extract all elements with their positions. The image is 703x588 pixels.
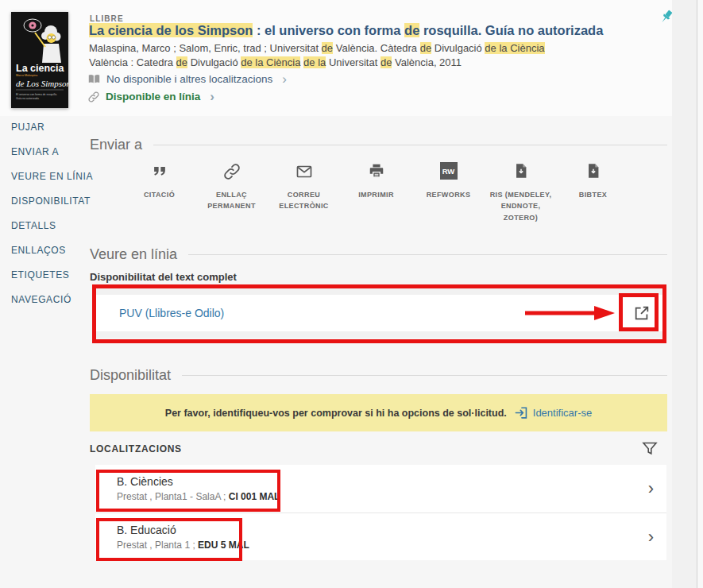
svg-text:Guía no autorizada: Guía no autorizada	[16, 97, 39, 100]
svg-text:El universo con forma de rosqu: El universo con forma de rosquilla.	[16, 93, 57, 96]
fulltext-service-row[interactable]: PUV (Llibres-e Odilo)	[95, 295, 666, 331]
signin-link[interactable]: Identificar-se	[514, 405, 592, 420]
permalink-button[interactable]: ENLLAÇ PERMANENT	[195, 162, 268, 223]
ris-export-button[interactable]: RIS (MENDELEY, ENDNOTE, ZOTERO)	[485, 162, 557, 223]
signin-link-label: Identificar-se	[533, 407, 592, 419]
quote-icon	[151, 162, 168, 183]
print-button[interactable]: IMPRIMIR	[340, 162, 412, 223]
document-export-icon	[512, 162, 530, 183]
sidebar-item-pujar[interactable]: PUJAR	[11, 122, 93, 133]
sidebar-item-veure-en-linia[interactable]: VEURE EN LÍNIA	[11, 171, 93, 182]
book-cover-thumbnail[interactable]: La ciencia Marco Malaspina de Los Simpso…	[11, 12, 68, 108]
send-to-section-heading: Enviar a	[90, 137, 667, 153]
envelope-icon	[295, 162, 314, 183]
sidebar-item-enviar-a[interactable]: ENVIAR A	[11, 146, 93, 157]
view-online-heading-text: Veure en línia	[90, 246, 177, 263]
chevron-right-icon: ›	[648, 480, 654, 497]
open-external-link-button[interactable]	[630, 301, 654, 325]
svg-text:de Los Simpson: de Los Simpson	[16, 79, 68, 88]
availability-section-heading: Disponibilitat	[90, 367, 667, 384]
heading-divider	[182, 375, 667, 376]
link-icon	[222, 162, 241, 183]
svg-text:Marco Malaspina: Marco Malaspina	[16, 74, 37, 77]
location-name: B. Educació	[117, 524, 249, 536]
sidebar-item-disponibilitat[interactable]: DISPONIBILITAT	[11, 195, 93, 207]
open-book-icon	[87, 72, 101, 86]
action-label: ENLLAÇ PERMANENT	[195, 189, 268, 212]
resource-type-label: LLIBRE	[90, 14, 124, 23]
action-label: CITACIÓ	[144, 189, 175, 200]
record-authors-links[interactable]: Malaspina, Marco ; Salom, Enric, trad ; …	[89, 42, 669, 54]
chevron-right-icon: ›	[282, 72, 287, 86]
heading-divider	[153, 145, 667, 145]
svg-text:La ciencia: La ciencia	[16, 63, 64, 74]
action-label: BIBTEX	[579, 189, 607, 200]
location-details: Prestat , Planta1 - SalaA ; CI 001 MAL	[117, 491, 280, 502]
send-to-heading-text: Enviar a	[90, 137, 142, 153]
location-info: B. Ciències Prestat , Planta1 - SalaA ; …	[117, 475, 280, 502]
sidebar-item-detalls[interactable]: DETALLS	[11, 220, 93, 231]
refworks-badge: RW	[440, 162, 458, 183]
action-label: REFWORKS	[427, 189, 471, 200]
sidebar-item-navegacio[interactable]: NAVEGACIÓ	[11, 294, 93, 305]
location-info: B. Educació Prestat , Planta 1 ; EDU 5 M…	[117, 524, 249, 551]
availability-heading-text: Disponibilitat	[90, 367, 171, 384]
availability-physical-link[interactable]: No disponible i altres localitzacions ›	[87, 72, 287, 86]
send-to-actions: CITACIÓ ENLLAÇ PERMANENT CORREU ELECTRÒN…	[123, 162, 629, 223]
record-title-link[interactable]: La ciencia de los Simpson : el universo …	[89, 23, 669, 38]
action-label: RIS (MENDELEY, ENDNOTE, ZOTERO)	[485, 189, 557, 223]
record-section-nav: PUJAR ENVIAR A VEURE EN LÍNIA DISPONIBIL…	[11, 122, 93, 305]
location-name: B. Ciències	[117, 475, 280, 488]
locations-list: B. Ciències Prestat , Planta1 - SalaA ; …	[95, 465, 666, 560]
pin-record-button[interactable]	[656, 8, 677, 29]
record-publication-info: València : Catedra de Divulgació de la C…	[89, 56, 669, 68]
filter-funnel-icon	[640, 439, 659, 458]
citation-button[interactable]: CITACIÓ	[123, 162, 195, 223]
sign-in-icon	[514, 405, 529, 420]
availability-online-link[interactable]: Disponible en línia ›	[87, 90, 214, 103]
printer-icon	[368, 162, 385, 183]
provider-link[interactable]: PUV (Llibres-e Odilo)	[119, 307, 224, 319]
fulltext-availability-label: Disponibilitat del text complet	[90, 271, 237, 283]
fulltext-services-list: PUV (Llibres-e Odilo)	[95, 288, 666, 338]
document-export-icon	[585, 162, 602, 183]
sidebar-item-etiquetes[interactable]: ETIQUETES	[11, 269, 93, 280]
book-cover-art: La ciencia Marco Malaspina de Los Simpso…	[11, 12, 68, 108]
availability-online-label: Disponible en línia	[106, 91, 200, 103]
email-button[interactable]: CORREU ELECTRÒNIC	[268, 162, 340, 223]
heading-divider	[188, 254, 667, 255]
filter-locations-button[interactable]	[639, 439, 661, 461]
view-online-section-heading: Veure en línia	[90, 246, 667, 263]
pushpin-icon	[657, 8, 676, 27]
locations-heading: LOCALITZACIONS	[90, 443, 182, 455]
bibtex-export-button[interactable]: BIBTEX	[557, 162, 629, 223]
action-label: CORREU ELECTRÒNIC	[268, 189, 340, 212]
chevron-right-icon: ›	[648, 528, 654, 546]
scrollbar-track[interactable]	[697, 0, 703, 588]
availability-physical-label: No disponible i altres localitzacions	[106, 73, 272, 85]
signin-banner: Per favor, identifiqueu-vos per comprova…	[90, 394, 667, 431]
refworks-button[interactable]: RW REFWORKS	[412, 162, 485, 223]
chevron-right-icon: ›	[210, 90, 214, 103]
page-right-margin	[672, 0, 697, 588]
link-icon	[87, 91, 100, 103]
external-link-icon	[633, 304, 651, 322]
record-full-view: La ciencia Marco Malaspina de Los Simpso…	[0, 0, 703, 588]
location-row-ciencies[interactable]: B. Ciències Prestat , Planta1 - SalaA ; …	[95, 465, 666, 513]
location-row-educacio[interactable]: B. Educació Prestat , Planta 1 ; EDU 5 M…	[95, 513, 666, 560]
signin-banner-message: Per favor, identifiqueu-vos per comprova…	[165, 408, 507, 419]
sidebar-item-enllacos[interactable]: ENLLAÇOS	[11, 245, 93, 256]
location-details: Prestat , Planta 1 ; EDU 5 MAL	[117, 540, 249, 551]
action-label: IMPRIMIR	[358, 189, 394, 200]
